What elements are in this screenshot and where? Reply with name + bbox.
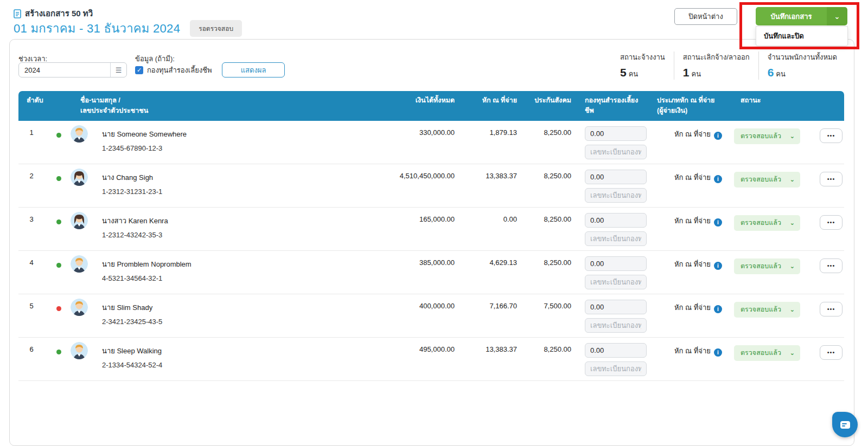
close-window-button[interactable]: ปิดหน้าต่าง	[674, 8, 737, 25]
provident-fund-cell	[571, 345, 647, 380]
provident-fund-cell	[571, 172, 647, 207]
employee-name-cell: นางสาว Karen Kenra 1-2312-43242-35-3	[97, 215, 373, 250]
stat-terminated-value: 1คน	[683, 66, 750, 80]
total-income-value: 165,000.00	[373, 215, 455, 250]
header-provident-fund: กองทุนสำรองเลี้ยงชีพ	[571, 95, 647, 116]
citizen-id: 2-3421-23425-43-5	[102, 318, 373, 326]
actions-cell: •••	[805, 258, 844, 294]
employee-name: นาย Sleep Walking	[102, 345, 373, 357]
more-actions-button[interactable]: •••	[820, 128, 843, 143]
checkbox-checked-icon[interactable]: ✓	[135, 66, 143, 74]
save-document-label[interactable]: บันทึกเอกสาร	[756, 7, 827, 25]
actions-cell: •••	[805, 215, 844, 250]
social-security-value: 8,250.00	[517, 258, 571, 294]
provident-fund-checkbox[interactable]: ✓ กองทุนสำรองเลี้ยงชีพ	[135, 64, 212, 76]
withholding-type-cell: หัก ณ ที่จ่ายi	[647, 302, 734, 337]
header-name: ชื่อ-นามสกุล / เลขประจำตัวประชาชน	[56, 95, 373, 116]
table-row: 6 นาย Sleep Walking 2-1334-54324-52-4 49…	[18, 338, 844, 381]
total-income-value: 330,000.00	[373, 128, 455, 164]
status-cell: ตรวจสอบแล้ว ⌄	[734, 172, 805, 207]
fund-registration-input[interactable]	[585, 188, 647, 203]
info-icon[interactable]: i	[714, 218, 722, 227]
verification-status-dropdown[interactable]: ตรวจสอบแล้ว ⌄	[734, 215, 800, 231]
show-results-button[interactable]: แสดงผล	[222, 62, 285, 77]
fund-amount-input[interactable]	[585, 170, 647, 184]
stat-terminated: สถานะเลิกจ้าง/ลาออก 1คน	[674, 51, 758, 80]
row-index: 3	[18, 215, 56, 250]
chevron-down-icon[interactable]: ⌄	[827, 7, 847, 25]
table-row: 3 นางสาว Karen Kenra 1-2312-43242-35-3 1…	[18, 208, 844, 251]
provident-fund-cell	[571, 215, 647, 250]
save-document-button[interactable]: บันทึกเอกสาร ⌄	[756, 7, 847, 25]
citizen-id: 2-1334-54324-52-4	[102, 361, 373, 369]
stat-employed-label: สถานะจ้างงาน	[620, 51, 665, 63]
withholding-type-label: หัก ณ ที่จ่าย	[674, 130, 711, 138]
stat-total: จำนวนพนักงานทั้งหมด 6คน	[758, 51, 846, 80]
verification-status-dropdown[interactable]: ตรวจสอบแล้ว ⌄	[734, 302, 800, 318]
more-actions-button[interactable]: •••	[820, 172, 843, 186]
more-actions-button[interactable]: •••	[820, 302, 843, 316]
table-row: 5 นาย Slim Shady 2-3421-23425-43-5 400,0…	[18, 294, 844, 338]
header-status: สถานะ	[734, 95, 805, 116]
verification-status-dropdown[interactable]: ตรวจสอบแล้ว ⌄	[734, 172, 800, 188]
row-index: 4	[18, 258, 56, 294]
more-actions-button[interactable]: •••	[820, 258, 843, 273]
chevron-down-icon: ⌄	[790, 306, 795, 313]
period-input-field[interactable]	[19, 66, 110, 74]
info-icon[interactable]: i	[714, 348, 722, 357]
header-total-income: เงินได้ทั้งหมด	[373, 95, 455, 116]
chat-widget-button[interactable]	[832, 412, 858, 437]
withholding-value: 13,383.37	[455, 172, 517, 207]
chevron-down-icon: ⌄	[790, 350, 795, 357]
verification-status-label: ตรวจสอบแล้ว	[741, 217, 781, 228]
total-income-value: 4,510,450,000.00	[373, 172, 455, 207]
verification-status-dropdown[interactable]: ตรวจสอบแล้ว ⌄	[734, 258, 800, 274]
provident-fund-cell	[571, 258, 647, 294]
citizen-id: 4-5321-34564-32-1	[102, 274, 373, 282]
withholding-type-label: หัก ณ ที่จ่าย	[674, 217, 711, 225]
actions-cell: •••	[805, 345, 844, 380]
withholding-value: 0.00	[455, 215, 517, 250]
employment-status-dot	[56, 302, 71, 337]
verification-status-dropdown[interactable]: ตรวจสอบแล้ว ⌄	[734, 128, 800, 144]
fund-registration-input[interactable]	[585, 318, 647, 333]
withholding-type-cell: หัก ณ ที่จ่ายi	[647, 215, 734, 250]
fund-amount-input[interactable]	[585, 300, 647, 314]
employee-name-cell: นาย Someone Somewhere 1-2345-67890-12-3	[97, 128, 373, 164]
avatar	[71, 345, 97, 380]
info-icon[interactable]: i	[714, 132, 722, 140]
chevron-down-icon: ⌄	[790, 133, 795, 140]
withholding-value: 7,166.70	[455, 302, 517, 337]
verification-status-label: ตรวจสอบแล้ว	[741, 347, 781, 358]
verification-status-label: ตรวจสอบแล้ว	[741, 131, 781, 141]
list-icon[interactable]: ☰	[110, 63, 126, 77]
fund-amount-input[interactable]	[585, 213, 647, 228]
fund-registration-input[interactable]	[585, 275, 647, 289]
info-icon[interactable]: i	[714, 262, 722, 270]
employee-name: นาย Promblem Nopromblem	[102, 258, 373, 270]
row-index: 6	[18, 345, 56, 380]
employee-stats: สถานะจ้างงาน 5คน สถานะเลิกจ้าง/ลาออก 1คน…	[611, 51, 846, 80]
fund-registration-input[interactable]	[585, 361, 647, 376]
table-row: 4 นาย Promblem Nopromblem 4-5321-34564-3…	[18, 251, 844, 294]
chat-bubble-icon	[840, 421, 851, 429]
fund-amount-input[interactable]	[585, 256, 647, 271]
save-dropdown-menu: บันทึกและปิด	[756, 26, 848, 46]
total-income-value: 385,000.00	[373, 258, 455, 294]
fund-registration-input[interactable]	[585, 231, 647, 246]
info-icon[interactable]: i	[714, 175, 722, 183]
info-icon[interactable]: i	[714, 305, 722, 313]
actions-cell: •••	[805, 302, 844, 337]
more-actions-button[interactable]: •••	[820, 215, 843, 230]
save-and-close-menu-item[interactable]: บันทึกและปิด	[756, 27, 847, 46]
avatar	[71, 215, 97, 250]
more-actions-button[interactable]: •••	[820, 345, 843, 360]
status-cell: ตรวจสอบแล้ว ⌄	[734, 258, 805, 294]
verification-status-dropdown[interactable]: ตรวจสอบแล้ว ⌄	[734, 345, 800, 361]
fund-registration-input[interactable]	[585, 145, 647, 159]
fund-amount-input[interactable]	[585, 343, 647, 358]
social-security-value: 8,250.00	[517, 172, 571, 207]
row-index: 2	[18, 172, 56, 207]
fund-amount-input[interactable]	[585, 126, 647, 141]
period-input[interactable]: ☰	[18, 62, 127, 77]
